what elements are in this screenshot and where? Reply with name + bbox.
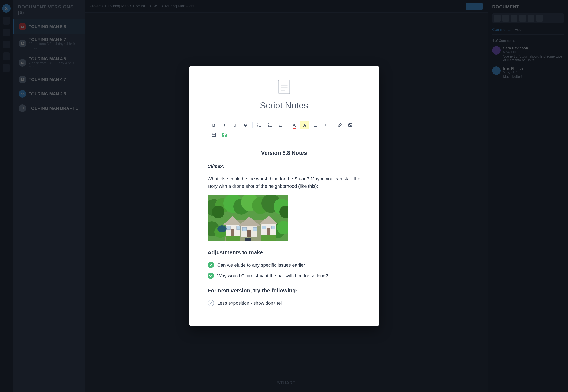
svg-rect-47 <box>227 226 230 230</box>
svg-point-14 <box>268 124 269 124</box>
checklist-item-2: Why would Claire stay at the bar with hi… <box>208 272 361 280</box>
svg-rect-51 <box>247 230 251 237</box>
checklist-item-1: Can we elude to any specific issues earl… <box>208 261 361 269</box>
editor-toolbar: B I U S 123 A A Tx <box>206 118 362 142</box>
save-button[interactable] <box>220 131 229 139</box>
script-notes-modal: Script Notes B I U S 123 A A <box>189 66 379 326</box>
svg-point-15 <box>268 125 269 126</box>
indent-button[interactable] <box>276 121 285 129</box>
climax-paragraph: Climax: <box>208 163 361 170</box>
align-button[interactable] <box>311 121 320 129</box>
font-color-button[interactable]: A <box>290 121 299 129</box>
next-version-heading: For next version, try the following: <box>208 286 361 295</box>
modal-overlay[interactable]: Script Notes B I U S 123 A A <box>0 0 568 392</box>
highlight-button[interactable]: A <box>300 121 309 129</box>
svg-point-16 <box>268 126 269 127</box>
italic-button[interactable]: I <box>220 121 229 129</box>
next-version-section: For next version, try the following: Les… <box>208 286 361 307</box>
svg-rect-1 <box>279 80 290 94</box>
unordered-list-button[interactable] <box>265 121 275 129</box>
link-button[interactable] <box>335 121 344 129</box>
svg-rect-58 <box>271 226 275 229</box>
checklist-text-2: Why would Claire stay at the bar with hi… <box>217 272 328 280</box>
ordered-list-button[interactable]: 123 <box>255 121 264 129</box>
adjustments-section: Adjustments to make: Can we elude to any… <box>208 248 361 280</box>
content-heading: Version 5.8 Notes <box>208 149 361 157</box>
document-icon <box>276 78 292 95</box>
neighborhood-svg <box>208 195 288 241</box>
modal-icon-container <box>206 78 362 95</box>
clear-format-button[interactable]: Tx <box>321 121 331 129</box>
svg-rect-53 <box>253 227 257 231</box>
svg-rect-62 <box>262 235 276 241</box>
editor-content: Version 5.8 Notes Climax: What else coul… <box>206 149 362 307</box>
svg-rect-46 <box>231 229 234 236</box>
neighborhood-image <box>208 195 288 241</box>
svg-rect-56 <box>267 228 270 235</box>
adjustments-heading: Adjustments to make: <box>208 248 361 257</box>
toolbar-divider-2 <box>287 122 288 128</box>
checklist-text-3: Less exposition - show don't tell <box>217 299 283 307</box>
table-button[interactable] <box>209 131 219 139</box>
check-done-icon-2 <box>208 273 214 279</box>
toolbar-divider-1 <box>252 122 253 128</box>
svg-point-59 <box>217 225 227 232</box>
climax-text: What else could be the worst thing for t… <box>208 175 361 190</box>
svg-rect-60 <box>245 238 251 241</box>
strikethrough-button[interactable]: S <box>241 121 250 129</box>
svg-rect-48 <box>236 226 240 230</box>
svg-rect-52 <box>242 227 247 231</box>
toolbar-divider-3 <box>333 122 333 128</box>
checklist-item-3: Less exposition - show don't tell <box>208 299 361 307</box>
check-pending-icon-1 <box>208 300 214 306</box>
check-done-icon-1 <box>208 262 214 268</box>
modal-title: Script Notes <box>206 100 362 111</box>
svg-point-31 <box>212 206 224 218</box>
image-button[interactable] <box>346 121 355 129</box>
svg-rect-57 <box>262 226 266 229</box>
climax-label: Climax: <box>208 164 224 169</box>
checklist-text-1: Can we elude to any specific issues earl… <box>217 261 305 269</box>
underline-button[interactable]: U <box>230 121 240 129</box>
svg-text:3: 3 <box>257 126 258 127</box>
svg-rect-61 <box>225 236 240 241</box>
bold-button[interactable]: B <box>209 121 219 129</box>
